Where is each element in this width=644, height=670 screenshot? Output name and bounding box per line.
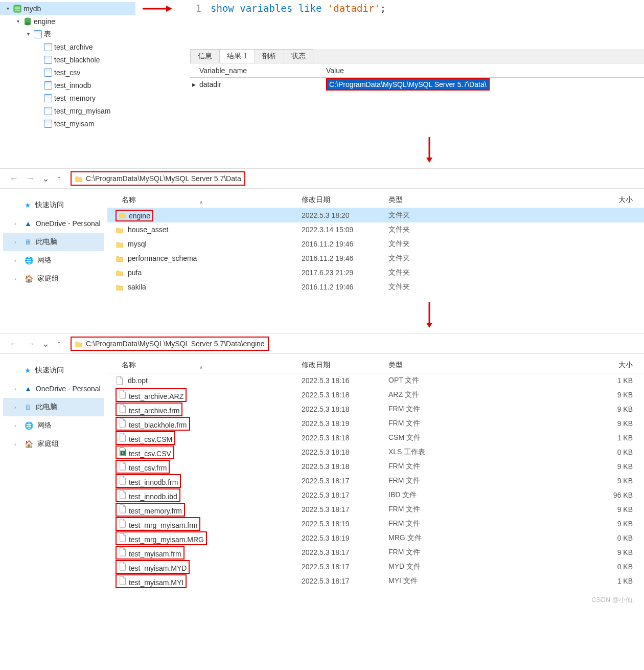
file-type: FRM 文件 [388, 476, 475, 485]
file-row[interactable]: test_mrg_myisam.frm2022.5.3 18:19FRM 文件9… [107, 517, 644, 531]
file-type: MYI 文件 [388, 576, 475, 586]
file-type: FRM 文件 [388, 405, 475, 414]
sidebar-network[interactable]: ›🌐网络 [3, 416, 104, 435]
arrow-down-annotation [0, 136, 644, 164]
col-variable-name[interactable]: Variable_name [190, 66, 323, 75]
col-size[interactable]: 大小 [475, 195, 644, 205]
cell-value: C:\ProgramData\MySQL\MySQL Server 5.7\Da… [326, 78, 490, 91]
sidebar-this-pc[interactable]: ›🖥此电脑 [3, 398, 104, 416]
file-row[interactable]: test_csv.frm2022.5.3 18:18FRM 文件9 KB [107, 459, 644, 474]
file-row[interactable]: test_blackhole.frm2022.5.3 18:19FRM 文件9 … [107, 416, 644, 431]
file-name: test_mrg_myisam.frm [129, 521, 198, 529]
col-date[interactable]: 修改日期 [302, 195, 388, 205]
col-value[interactable]: Value [323, 66, 644, 75]
file-size: 0 KB [475, 563, 644, 571]
address-bar[interactable]: C:\ProgramData\MySQL\MySQL Server 5.7\Da… [71, 337, 269, 351]
sidebar-label: 此电脑 [36, 403, 57, 412]
sidebar-onedrive[interactable]: ›▲OneDrive - Personal [3, 379, 104, 398]
result-row[interactable]: ▸ datadir C:\ProgramData\MySQL\MySQL Ser… [190, 78, 644, 91]
file-row[interactable]: test_csv.CSV2022.5.3 18:18XLS 工作表0 KB [107, 445, 644, 459]
sidebar-quick-access[interactable]: ›★快速访问 [3, 196, 104, 214]
file-date: 2022.5.3 18:19 [302, 419, 388, 428]
tab-profile[interactable]: 剖析 [255, 49, 284, 63]
sidebar-label: 快速访问 [35, 200, 64, 210]
schema-label: engine [34, 17, 55, 26]
tree-schema[interactable]: ▾ engine [0, 15, 135, 28]
tab-info[interactable]: 信息 [190, 49, 220, 63]
table-name: test_mrg_myisam [54, 107, 110, 115]
file-row[interactable]: test_innodb.frm2022.5.3 18:17FRM 文件9 KB [107, 474, 644, 488]
back-button[interactable]: ← [9, 339, 18, 349]
sidebar-quick-access[interactable]: ›★快速访问 [3, 361, 104, 379]
col-date[interactable]: 修改日期 [302, 361, 388, 370]
file-row[interactable]: test_archive.frm2022.5.3 18:18FRM 文件9 KB [107, 402, 644, 416]
sidebar-homegroup[interactable]: ›🏠家庭组 [3, 270, 104, 288]
col-name[interactable]: 名称∧ [107, 195, 302, 205]
col-name[interactable]: 名称∧ [107, 361, 302, 370]
sidebar-this-pc[interactable]: ›🖥此电脑 [3, 233, 104, 251]
file-row[interactable]: sakila2016.11.2 19:46文件夹 [107, 280, 644, 294]
table-icon [44, 43, 52, 51]
file-icon [119, 447, 127, 456]
file-row[interactable]: performance_schema2016.11.2 19:46文件夹 [107, 251, 644, 265]
file-row[interactable]: test_archive.ARZ2022.5.3 18:18ARZ 文件9 KB [107, 388, 644, 402]
tree-table[interactable]: test_myisam [0, 117, 135, 130]
file-row[interactable]: mysql2016.11.2 19:46文件夹 [107, 237, 644, 251]
file-size: 9 KB [475, 477, 644, 485]
sidebar-network[interactable]: ›🌐网络 [3, 251, 104, 270]
nav-arrows: ← → ⌄ ↑ [0, 173, 71, 184]
file-row[interactable]: test_myisam.MYI2022.5.3 18:17MYI 文件1 KB [107, 574, 644, 588]
folder-icon [116, 255, 124, 262]
tables-group-icon [34, 30, 42, 38]
file-type: 文件夹 [388, 282, 475, 292]
tree-tables-group[interactable]: ▾ 表 [0, 28, 135, 40]
sidebar-icon: ▲ [25, 385, 32, 393]
file-row[interactable]: test_myisam.frm2022.5.3 18:17FRM 文件9 KB [107, 545, 644, 560]
chevron-down-icon: ▾ [4, 5, 11, 12]
tree-table[interactable]: test_mrg_myisam [0, 104, 135, 117]
svg-marker-11 [426, 158, 432, 163]
file-row[interactable]: test_myisam.MYD2022.5.3 18:17MYD 文件0 KB [107, 560, 644, 574]
file-row[interactable]: test_mrg_myisam.MRG2022.5.3 18:19MRG 文件0… [107, 531, 644, 545]
tab-status[interactable]: 状态 [284, 49, 313, 63]
file-row[interactable]: test_innodb.ibd2022.5.3 18:17IBD 文件96 KB [107, 488, 644, 502]
sidebar-homegroup[interactable]: ›🏠家庭组 [3, 435, 104, 453]
file-name: test_innodb.frm [129, 478, 178, 486]
file-type: 文件夹 [388, 211, 475, 220]
file-row[interactable]: test_memory.frm2022.5.3 18:17FRM 文件9 KB [107, 502, 644, 517]
col-type[interactable]: 类型 [388, 195, 475, 205]
file-row[interactable]: house_asset2022.3.14 15:09文件夹 [107, 222, 644, 237]
file-date: 2017.6.23 21:29 [302, 269, 388, 277]
file-row[interactable]: db.opt2022.5.3 18:16OPT 文件1 KB [107, 373, 644, 388]
chevron-down-icon: ▾ [25, 31, 32, 38]
sidebar-icon: 🌐 [25, 256, 33, 264]
col-type[interactable]: 类型 [388, 361, 475, 370]
up-button[interactable]: ↑ [57, 339, 61, 349]
tree-table[interactable]: test_innodb [0, 79, 135, 92]
tree-table[interactable]: test_csv [0, 66, 135, 79]
recent-button[interactable]: ⌄ [42, 173, 50, 184]
address-bar[interactable]: C:\ProgramData\MySQL\MySQL Server 5.7\Da… [71, 171, 245, 186]
file-date: 2022.5.3 18:18 [302, 434, 388, 442]
file-name: test_archive.frm [129, 407, 180, 415]
col-size[interactable]: 大小 [475, 361, 644, 370]
cell-variable-name: datadir [197, 80, 323, 88]
tree-table[interactable]: test_blackhole [0, 53, 135, 66]
tree-table[interactable]: test_memory [0, 92, 135, 104]
tree-db[interactable]: ▾ mydb [0, 2, 135, 15]
forward-button[interactable]: → [26, 173, 35, 184]
file-row[interactable]: engine2022.5.3 18:20文件夹 [107, 208, 644, 222]
file-type: IBD 文件 [388, 490, 475, 500]
file-icon [119, 562, 127, 571]
file-date: 2022.5.3 18:17 [302, 477, 388, 485]
file-row[interactable]: pufa2017.6.23 21:29文件夹 [107, 265, 644, 280]
back-button[interactable]: ← [9, 173, 18, 184]
up-button[interactable]: ↑ [57, 173, 61, 184]
tab-result[interactable]: 结果 1 [219, 49, 255, 63]
recent-button[interactable]: ⌄ [42, 338, 50, 349]
forward-button[interactable]: → [26, 339, 35, 349]
sql-editor[interactable]: 1 show variables like 'datadir'; [190, 0, 644, 16]
file-row[interactable]: test_csv.CSM2022.5.3 18:18CSM 文件1 KB [107, 431, 644, 445]
sidebar-onedrive[interactable]: ›▲OneDrive - Personal [3, 214, 104, 233]
tree-table[interactable]: test_archive [0, 40, 135, 53]
